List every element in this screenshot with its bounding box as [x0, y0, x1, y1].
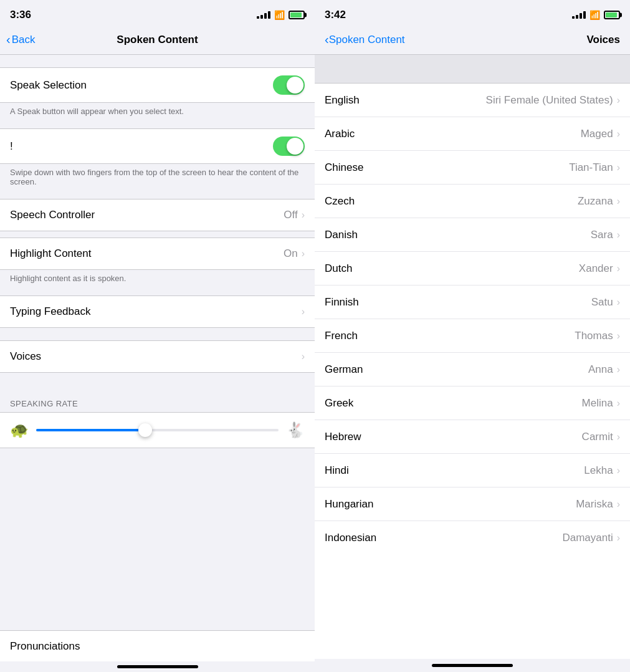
wifi-icon: 📶 [274, 10, 285, 20]
typing-feedback-chevron-icon: › [302, 306, 305, 317]
voices-label: Voices [10, 350, 302, 363]
right-nav-bar: ‹ Spoken Content Voices [315, 27, 630, 55]
voice-row[interactable]: HungarianMariska› [315, 487, 630, 521]
speech-controller-label: Speech Controller [10, 209, 284, 221]
voice-row[interactable]: FinnishSatu› [315, 286, 630, 319]
spacer-5 [0, 289, 315, 295]
speak-screen-group: ! [0, 128, 315, 164]
voice-language: English [325, 94, 486, 107]
voice-chevron-icon: › [617, 95, 620, 106]
voice-name: Mariska [576, 498, 613, 511]
right-back-button[interactable]: ‹ Spoken Content [325, 32, 405, 47]
spacer-7 [0, 373, 315, 382]
back-chevron-icon: ‹ [6, 32, 11, 47]
voice-chevron-icon: › [617, 364, 620, 375]
voice-chevron-icon: › [617, 263, 620, 274]
voice-name: Maged [581, 128, 613, 140]
voice-row[interactable]: CzechZuzana› [315, 185, 630, 218]
voice-chevron-icon: › [617, 128, 620, 140]
voice-name: Satu [591, 296, 613, 309]
typing-feedback-row[interactable]: Typing Feedback › [0, 296, 315, 327]
voices-chevron-icon: › [302, 351, 305, 362]
slider-fill [36, 429, 145, 431]
left-nav-bar: ‹ Back Spoken Content [0, 27, 315, 55]
voice-row[interactable]: DanishSara› [315, 218, 630, 252]
voice-row[interactable]: HindiLekha› [315, 454, 630, 487]
speak-screen-label: ! [10, 140, 273, 153]
voice-name: Sara [591, 229, 613, 241]
speak-screen-toggle[interactable] [273, 137, 305, 156]
speech-controller-chevron-icon: › [302, 209, 305, 221]
right-wifi-icon: 📶 [589, 10, 600, 20]
voice-language: Greek [325, 397, 582, 410]
right-signal-icon [572, 11, 586, 19]
voice-row[interactable]: EnglishSiri Female (United States)› [315, 84, 630, 117]
right-panel: 3:42 📶 ‹ Spoken Content Voices EnglishSi… [315, 0, 630, 672]
left-home-indicator [117, 665, 198, 668]
voices-header-area [315, 55, 630, 84]
right-battery-icon [604, 11, 620, 19]
right-back-chevron-icon: ‹ [325, 32, 329, 47]
voices-row[interactable]: Voices › [0, 341, 315, 372]
right-time: 3:42 [325, 9, 346, 21]
voice-chevron-icon: › [617, 330, 620, 342]
voice-row[interactable]: GermanAnna› [315, 353, 630, 386]
left-status-bar: 3:36 📶 [0, 0, 315, 27]
right-status-bar: 3:42 📶 [315, 0, 630, 27]
pronunciations-row[interactable]: Pronunciations [0, 630, 315, 661]
speak-selection-toggle[interactable] [273, 75, 305, 95]
voices-group: Voices › [0, 340, 315, 373]
highlight-content-row[interactable]: Highlight Content On › [0, 238, 315, 269]
voice-language: Hebrew [325, 431, 582, 443]
voice-row[interactable]: ChineseTian-Tian› [315, 151, 630, 185]
spacer-3 [0, 193, 315, 199]
voice-chevron-icon: › [617, 297, 620, 308]
voice-name: Siri Female (United States) [486, 94, 613, 107]
speech-controller-row[interactable]: Speech Controller Off › [0, 199, 315, 231]
left-back-button[interactable]: ‹ Back [6, 32, 35, 47]
speak-screen-row: ! [0, 129, 315, 163]
toggle-knob-2 [287, 138, 303, 155]
right-back-label: Spoken Content [329, 34, 405, 46]
typing-feedback-group: Typing Feedback › [0, 295, 315, 328]
speaking-rate-control: 🐢 🐇 [0, 412, 315, 448]
slow-speed-icon: 🐢 [10, 421, 29, 439]
voice-row[interactable]: ArabicMaged› [315, 117, 630, 151]
right-nav-title: Voices [586, 34, 620, 46]
voice-chevron-icon: › [617, 196, 620, 207]
spacer-6 [0, 328, 315, 340]
highlight-content-group: Highlight Content On › [0, 238, 315, 270]
highlight-content-label: Highlight Content [10, 247, 284, 260]
voice-row[interactable]: IndonesianDamayanti› [315, 521, 630, 555]
left-nav-title: Spoken Content [117, 34, 198, 46]
voice-row[interactable]: HebrewCarmit› [315, 420, 630, 454]
voice-language: Czech [325, 195, 578, 208]
typing-feedback-label: Typing Feedback [10, 305, 302, 318]
voice-name: Zuzana [578, 195, 613, 208]
fast-speed-icon: 🐇 [286, 421, 305, 439]
speak-selection-desc: A Speak button will appear when you sele… [0, 103, 315, 122]
highlight-content-desc: Highlight content as it is spoken. [0, 270, 315, 289]
speak-selection-group: Speak Selection [0, 67, 315, 103]
voice-chevron-icon: › [617, 162, 620, 173]
voice-row[interactable]: FrenchThomas› [315, 319, 630, 353]
speak-selection-row: Speak Selection [0, 68, 315, 102]
voice-language: Arabic [325, 128, 581, 140]
speaking-rate-slider[interactable] [36, 429, 279, 431]
voice-chevron-icon: › [617, 229, 620, 241]
speech-controller-value: Off [284, 209, 297, 221]
voice-chevron-icon: › [617, 465, 620, 476]
slider-thumb[interactable] [138, 423, 152, 437]
voices-list: EnglishSiri Female (United States)›Arabi… [315, 84, 630, 659]
left-status-icons: 📶 [257, 10, 305, 20]
voice-language: Indonesian [325, 532, 562, 544]
voice-row[interactable]: DutchXander› [315, 252, 630, 286]
spacer-1 [0, 55, 315, 67]
voice-row[interactable]: GreekMelina› [315, 386, 630, 420]
back-label: Back [12, 34, 36, 46]
highlight-content-value: On [284, 247, 298, 260]
voice-language: Dutch [325, 262, 579, 275]
speak-selection-label: Speak Selection [10, 79, 273, 92]
voice-name: Melina [582, 397, 613, 410]
toggle-knob [287, 77, 303, 94]
